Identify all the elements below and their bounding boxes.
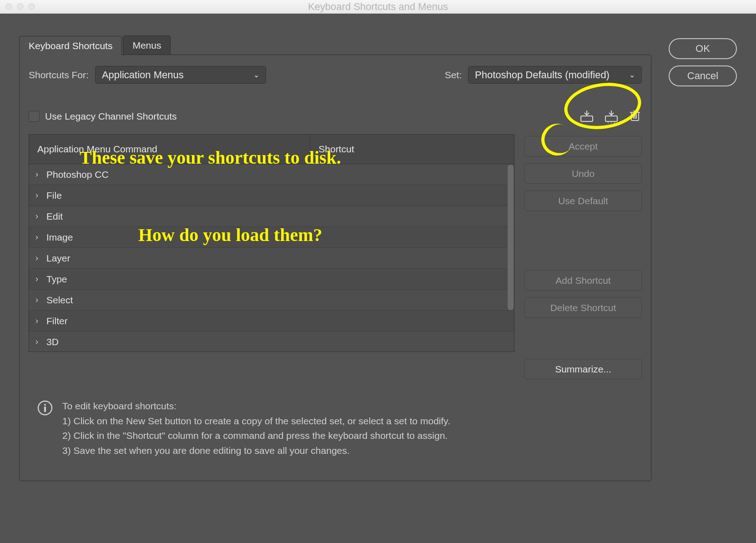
set-value: Photoshop Defaults (modified) — [475, 69, 610, 81]
scrollbar-thumb[interactable] — [508, 165, 514, 310]
info-line: 2) Click in the "Shortcut" column for a … — [62, 428, 450, 443]
dialog-right-buttons: OK Cancel — [669, 35, 737, 86]
row-label: Type — [46, 274, 67, 285]
table-row[interactable]: ›Type — [29, 269, 514, 290]
svg-rect-0 — [581, 116, 593, 121]
chevron-down-icon: ⌄ — [253, 70, 259, 79]
row-label: Photoshop CC — [46, 169, 109, 180]
disclosure-right-icon: › — [35, 295, 44, 305]
info-line: 3) Save the set when you are done editin… — [62, 443, 450, 458]
shortcuts-table: Application Menu Command Shortcut ›Photo… — [29, 134, 514, 379]
legacy-check-row: Use Legacy Channel Shortcuts — [29, 111, 177, 122]
row-label: File — [46, 190, 62, 201]
shortcuts-for-group: Shortcuts For: Application Menus ⌄ — [29, 66, 266, 84]
disclosure-right-icon: › — [35, 337, 44, 347]
disclosure-right-icon: › — [35, 232, 44, 242]
table-row[interactable]: ›Photoshop CC — [29, 164, 514, 185]
disclosure-right-icon: › — [35, 170, 44, 179]
cancel-button[interactable]: Cancel — [669, 65, 737, 86]
disclosure-right-icon: › — [35, 191, 44, 200]
dialog-root: Keyboard Shortcuts and Menus Keyboard Sh… — [0, 0, 756, 543]
shortcuts-for-label: Shortcuts For: — [29, 70, 89, 80]
main-panel: Keyboard Shortcuts Menus Shortcuts For: … — [19, 35, 651, 481]
table-row[interactable]: ›Filter — [29, 311, 514, 332]
tab-menus[interactable]: Menus — [123, 35, 171, 55]
info-line: 1) Click on the New Set button to create… — [62, 414, 450, 429]
side-buttons: Accept Undo Use Default Add Shortcut Del… — [524, 134, 642, 379]
save-set-icon[interactable] — [579, 110, 595, 123]
disclosure-right-icon: › — [35, 274, 44, 284]
table-row[interactable]: ›Layer — [29, 248, 514, 269]
info-icon — [37, 400, 53, 458]
column-command: Application Menu Command — [29, 135, 310, 164]
shortcuts-for-select[interactable]: Application Menus ⌄ — [95, 66, 266, 84]
body-flex: Application Menu Command Shortcut ›Photo… — [29, 134, 642, 379]
use-default-button[interactable]: Use Default — [524, 191, 642, 211]
use-legacy-label: Use Legacy Channel Shortcuts — [45, 111, 177, 122]
use-legacy-checkbox[interactable] — [29, 111, 40, 122]
svg-rect-2 — [605, 116, 617, 121]
row-label: Edit — [46, 211, 63, 222]
table-row[interactable]: ›Select — [29, 290, 514, 311]
row-label: Image — [46, 232, 73, 243]
tab-keyboard-shortcuts[interactable]: Keyboard Shortcuts — [19, 36, 122, 55]
table-row[interactable]: ›File — [29, 185, 514, 206]
save-all-set-icon[interactable] — [604, 110, 619, 123]
table-row[interactable]: ›Image — [29, 227, 514, 248]
svg-point-4 — [611, 122, 612, 123]
window-body: Keyboard Shortcuts Menus Shortcuts For: … — [0, 14, 756, 543]
delete-set-icon[interactable] — [628, 109, 642, 124]
disclosure-right-icon: › — [35, 316, 44, 326]
disclosure-right-icon: › — [35, 253, 44, 263]
set-group: Set: Photoshop Defaults (modified) ⌄ — [445, 66, 642, 84]
chevron-down-icon: ⌄ — [629, 70, 635, 79]
titlebar: Keyboard Shortcuts and Menus — [0, 0, 756, 14]
info-box: To edit keyboard shortcuts: 1) Click on … — [29, 395, 642, 462]
delete-shortcut-button[interactable]: Delete Shortcut — [524, 297, 642, 318]
window-title: Keyboard Shortcuts and Menus — [0, 1, 756, 13]
row-label: Select — [46, 295, 73, 306]
set-select[interactable]: Photoshop Defaults (modified) ⌄ — [468, 66, 642, 84]
info-text: To edit keyboard shortcuts: 1) Click on … — [62, 399, 450, 458]
row-label: Layer — [46, 253, 71, 264]
svg-point-3 — [608, 122, 609, 123]
column-shortcut: Shortcut — [310, 135, 514, 164]
add-shortcut-button[interactable]: Add Shortcut — [524, 270, 642, 291]
summarize-button[interactable]: Summarize... — [524, 359, 642, 379]
accept-button[interactable]: Accept — [524, 136, 642, 156]
set-action-icons — [579, 109, 642, 124]
table-header: Application Menu Command Shortcut — [29, 134, 514, 164]
disclosure-right-icon: › — [35, 211, 44, 221]
info-line: To edit keyboard shortcuts: — [62, 399, 450, 414]
undo-button[interactable]: Undo — [524, 163, 642, 184]
svg-point-13 — [44, 404, 46, 406]
panel-box: Shortcuts For: Application Menus ⌄ Set: … — [19, 55, 651, 481]
options-row: Use Legacy Channel Shortcuts — [29, 109, 642, 124]
table-body[interactable]: ›Photoshop CC ›File ›Edit ›Image ›Layer … — [29, 164, 514, 352]
shortcuts-for-value: Application Menus — [102, 69, 184, 81]
svg-rect-14 — [44, 407, 46, 412]
row-label: Filter — [46, 316, 68, 327]
set-label: Set: — [445, 70, 462, 80]
table-row[interactable]: ›Edit — [29, 206, 514, 227]
table-row[interactable]: ›3D — [29, 332, 514, 352]
row-label: 3D — [46, 337, 59, 347]
top-row: Shortcuts For: Application Menus ⌄ Set: … — [29, 66, 642, 84]
svg-point-5 — [614, 122, 615, 123]
ok-button[interactable]: OK — [669, 38, 737, 59]
tab-bar: Keyboard Shortcuts Menus — [19, 35, 651, 55]
